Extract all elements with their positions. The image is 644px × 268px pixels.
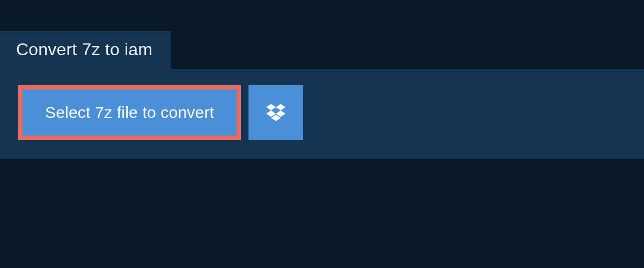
dropbox-button[interactable] xyxy=(248,85,303,140)
select-file-button[interactable]: Select 7z file to convert xyxy=(18,85,241,140)
dropbox-icon xyxy=(266,104,286,121)
tab-convert[interactable]: Convert 7z to iam xyxy=(0,31,171,69)
tab-bar: Convert 7z to iam xyxy=(0,31,644,69)
select-file-label: Select 7z file to convert xyxy=(45,103,214,122)
convert-panel: Select 7z file to convert xyxy=(0,69,644,159)
tab-title: Convert 7z to iam xyxy=(16,40,152,59)
